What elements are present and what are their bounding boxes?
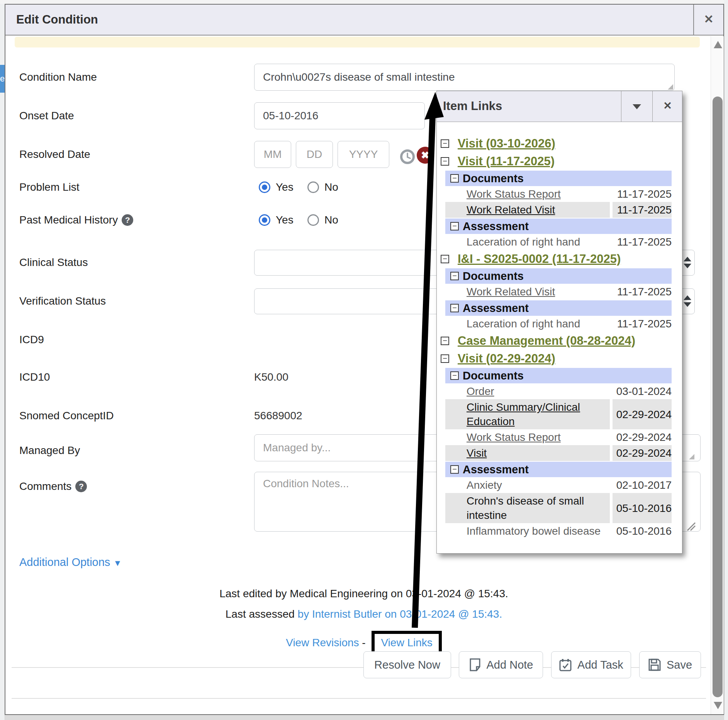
add-note-button[interactable]: Add Note xyxy=(459,651,543,678)
collapse-icon[interactable]: − xyxy=(450,272,459,280)
additional-options-link[interactable]: Additional Options ▼ xyxy=(19,556,122,569)
condition-name-input[interactable] xyxy=(254,64,675,91)
tree-group-link[interactable]: Visit (03-10-2026) xyxy=(458,137,555,151)
resolved-date-label: Resolved Date xyxy=(19,147,90,162)
add-task-label: Add Task xyxy=(577,659,623,671)
help-icon[interactable]: ? xyxy=(122,214,133,226)
tree-item-name[interactable]: Work Related Visit xyxy=(445,284,610,300)
tree-item-name: Crohn's disease of small intestine xyxy=(445,493,610,523)
select-stepper-icon[interactable] xyxy=(684,295,692,307)
save-button[interactable]: Save xyxy=(639,651,701,678)
tree-group-link[interactable]: I&I - S2025-0002 (11-17-2025) xyxy=(458,252,621,266)
tree-item-row: Work Status Report02-29-2024 xyxy=(445,429,672,445)
tree-section-label: Assessment xyxy=(463,220,529,233)
tree-item-name[interactable]: Visit xyxy=(445,445,610,461)
panel-close-icon[interactable]: ✕ xyxy=(652,91,682,122)
problem-list-label: Problem List xyxy=(19,180,80,195)
snomed-value: 56689002 xyxy=(254,408,302,424)
resolved-month-input[interactable] xyxy=(254,141,291,168)
tree-item-row: Clinic Summary/Clinical Education02-29-2… xyxy=(445,399,672,429)
resolved-year-input[interactable] xyxy=(338,141,389,168)
icd9-label: ICD9 xyxy=(19,332,44,347)
note-icon xyxy=(469,658,481,671)
close-icon[interactable]: ✕ xyxy=(693,5,723,35)
tree-section-row: −Documents xyxy=(445,368,672,383)
clock-icon[interactable] xyxy=(400,149,415,164)
tree-item-name[interactable]: Work Status Report xyxy=(445,429,610,445)
resize-grip-icon[interactable] xyxy=(686,521,696,531)
tree-item-date: 02-29-2024 xyxy=(613,399,672,429)
tree-group-row: −Visit (11-17-2025) xyxy=(439,152,672,170)
icd10-label: ICD10 xyxy=(19,369,50,385)
add-task-button[interactable]: Add Task xyxy=(551,651,631,678)
pmh-yes-radio[interactable] xyxy=(259,214,270,226)
collapse-icon[interactable]: − xyxy=(450,174,459,183)
tree-item-row: Inflammatory bowel disease05-10-2016 xyxy=(445,523,672,539)
dialog-title: Edit Condition xyxy=(16,5,98,35)
item-links-header[interactable]: Item Links ✕ xyxy=(437,91,682,122)
pmh-no-radio[interactable] xyxy=(307,214,319,226)
scrollbar-down-arrow-icon[interactable] xyxy=(714,702,722,709)
problem-list-yes-radio[interactable] xyxy=(259,181,270,193)
onset-date-input[interactable] xyxy=(254,102,425,129)
tree-section-row: −Assessment xyxy=(445,300,672,316)
scrollbar-up-arrow-icon[interactable] xyxy=(714,41,722,48)
problem-list-no-radio[interactable] xyxy=(307,181,319,193)
past-medical-history-label: Past Medical History ? xyxy=(19,212,133,228)
tree-item-name[interactable]: Clinic Summary/Clinical Education xyxy=(445,399,610,429)
tree-item-name[interactable]: Work Related Visit xyxy=(445,202,610,218)
tree-item-name[interactable]: Work Status Report xyxy=(445,186,610,202)
background-page-sliver-right xyxy=(724,0,728,720)
tree-section-row: −Documents xyxy=(445,171,672,186)
tree-group-link[interactable]: Visit (02-29-2024) xyxy=(458,352,555,366)
problem-list-no-label: No xyxy=(324,181,338,193)
snomed-label: Snomed ConceptID xyxy=(19,408,114,424)
chevron-down-icon: ▼ xyxy=(113,558,122,568)
panel-collapse-button[interactable] xyxy=(621,91,652,122)
collapse-icon[interactable]: − xyxy=(450,465,459,474)
tree-item-date: 02-29-2024 xyxy=(613,445,672,461)
tree-item-date: 05-10-2016 xyxy=(613,523,672,539)
calendar-task-icon xyxy=(559,658,572,671)
view-revisions-link[interactable]: View Revisions xyxy=(286,637,359,649)
pmh-no-label: No xyxy=(324,214,338,226)
tree-item-row: Laceration of right hand11-17-2025 xyxy=(445,234,672,250)
onset-date-label: Onset Date xyxy=(19,108,74,124)
resize-handle-icon[interactable] xyxy=(689,454,694,459)
tree-group-link[interactable]: Visit (11-17-2025) xyxy=(458,154,555,168)
tree-section-label: Documents xyxy=(463,369,524,382)
collapse-icon[interactable]: − xyxy=(441,354,449,363)
collapse-icon[interactable]: − xyxy=(450,222,459,230)
tree-section-label: Assessment xyxy=(463,463,529,476)
tree-item-date: 11-17-2025 xyxy=(613,202,672,218)
tree-group-link[interactable]: Case Management (08-28-2024) xyxy=(458,334,635,348)
tree-item-name: Inflammatory bowel disease xyxy=(445,523,610,539)
tree-section-label: Documents xyxy=(463,270,524,283)
clear-date-icon[interactable]: ✖ xyxy=(417,147,434,164)
select-stepper-icon[interactable] xyxy=(684,257,692,268)
collapse-icon[interactable]: − xyxy=(450,304,459,312)
tree-item-row: Work Status Report11-17-2025 xyxy=(445,186,672,202)
tree-item-row: Crohn's disease of small intestine05-10-… xyxy=(445,493,672,523)
save-icon xyxy=(648,658,661,671)
resize-handle-icon[interactable] xyxy=(668,84,673,90)
tree-item-row: Laceration of right hand11-17-2025 xyxy=(445,316,672,332)
view-links-link[interactable]: View Links xyxy=(381,637,432,649)
tree-item-date: 03-01-2024 xyxy=(613,383,672,399)
resolve-now-button[interactable]: Resolve Now xyxy=(363,651,451,678)
help-icon[interactable]: ? xyxy=(75,481,87,492)
icd10-value: K50.00 xyxy=(254,369,288,385)
tree-group-row: −Visit (03-10-2026) xyxy=(439,135,672,152)
tree-item-name[interactable]: Order xyxy=(445,383,610,399)
last-edited-text: Last edited by Medical Engineering on 03… xyxy=(5,586,722,602)
dialog-header: Edit Condition ✕ xyxy=(5,5,723,36)
collapse-icon[interactable]: − xyxy=(441,337,449,345)
tree-item-name: Laceration of right hand xyxy=(445,234,610,250)
collapse-icon[interactable]: − xyxy=(450,371,459,380)
tree-item-row: Work Related Visit11-17-2025 xyxy=(445,284,672,300)
last-assessed-link[interactable]: by Internist Butler on 03-01-2024 @ 15:4… xyxy=(298,608,502,620)
collapse-icon[interactable]: − xyxy=(441,139,449,148)
resolved-day-input[interactable] xyxy=(296,141,333,168)
collapse-icon[interactable]: − xyxy=(441,255,449,263)
collapse-icon[interactable]: − xyxy=(441,157,449,166)
